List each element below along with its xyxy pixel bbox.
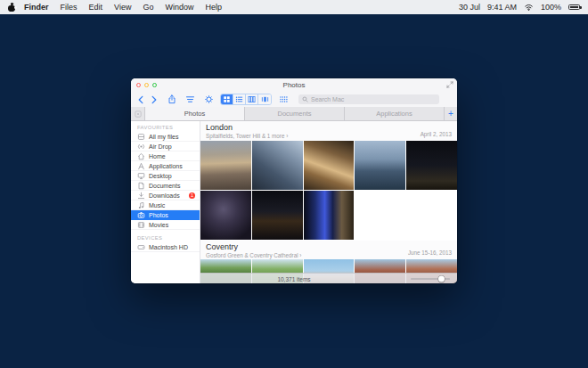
photo-thumbnail[interactable] (406, 141, 457, 190)
sidebar-item-home[interactable]: Home (131, 151, 200, 161)
house-icon (137, 152, 145, 160)
title-bar[interactable]: Photos (131, 78, 457, 92)
sidebar-item-photos[interactable]: Photos (131, 210, 200, 220)
sidebar-item-music[interactable]: Music (131, 200, 200, 210)
download-arrow-icon (137, 192, 145, 200)
sidebar-item-label: Home (149, 153, 166, 159)
sidebar-item-downloads[interactable]: Downloads 1 (131, 191, 200, 200)
sidebar-item-label: Air Drop (149, 143, 172, 150)
close-button[interactable] (136, 83, 141, 87)
sidebar: FAVOURITES All my files Air Drop Home Ap… (131, 121, 200, 283)
menu-bar-status: 30 Jul 9:41 AM 100% (459, 3, 580, 12)
menu-view[interactable]: View (114, 3, 131, 12)
sort-lines-icon[interactable] (185, 95, 195, 103)
group-subtitle-link[interactable]: Spitalfields, Tower Hill & 1 more › (206, 133, 452, 139)
sidebar-item-label: Photos (149, 212, 168, 218)
sidebar-item-label: Macintosh HD (149, 244, 188, 250)
search-field[interactable] (298, 94, 439, 104)
menu-go[interactable]: Go (143, 3, 153, 12)
sidebar-section-devices: DEVICES (131, 230, 200, 242)
photo-thumbnail[interactable] (355, 141, 405, 190)
back-button[interactable] (137, 95, 144, 104)
view-columns-button[interactable] (246, 94, 258, 104)
sidebar-item-label: Music (149, 202, 165, 209)
finder-window: Photos (131, 78, 457, 283)
airdrop-icon (137, 143, 145, 151)
group-header-coventry: Coventry Gosford Green & Coventry Cathed… (200, 241, 457, 259)
photo-browser: London Spitalfields, Tower Hill & 1 more… (200, 121, 457, 283)
search-icon (302, 96, 308, 102)
downloads-badge: 1 (189, 192, 195, 199)
photo-row (200, 191, 457, 240)
photo-thumbnail[interactable] (304, 191, 355, 240)
app-menus: Finder Files Edit View Go Window Help (24, 3, 222, 12)
photo-thumbnail[interactable] (252, 191, 303, 240)
tab-bar: Photos Documents Applications + (131, 107, 457, 121)
sidebar-item-all-my-files[interactable]: All my files (131, 132, 200, 142)
window-main: FAVOURITES All my files Air Drop Home Ap… (131, 121, 457, 283)
monitor-icon (137, 172, 145, 180)
menu-files[interactable]: Files (61, 3, 78, 12)
view-list-button[interactable] (233, 94, 246, 104)
view-grid-button[interactable] (221, 94, 233, 104)
wifi-icon[interactable] (524, 4, 534, 11)
photo-thumbnail[interactable] (200, 141, 251, 190)
zoom-button[interactable] (152, 83, 157, 87)
sidebar-item-desktop[interactable]: Desktop (131, 171, 200, 181)
menu-finder[interactable]: Finder (24, 3, 49, 12)
minimize-button[interactable] (144, 83, 149, 87)
documents-stack-icon (137, 133, 145, 141)
view-coverflow-button[interactable] (258, 94, 271, 104)
add-tab-button[interactable]: + (444, 107, 457, 120)
share-icon[interactable] (167, 94, 176, 104)
battery-percent: 100% (541, 3, 561, 12)
tab-photos[interactable]: Photos (144, 107, 244, 120)
group-header-london: London Spitalfields, Tower Hill & 1 more… (200, 121, 457, 141)
letter-a-icon (137, 162, 145, 170)
status-bar: 10,371 items (200, 273, 457, 283)
menu-date: 30 Jul (459, 3, 480, 12)
sidebar-item-applications[interactable]: Applications (131, 161, 200, 171)
sidebar-item-label: All my files (149, 134, 178, 140)
apple-menu-icon[interactable] (8, 4, 15, 12)
fullscreen-icon[interactable] (446, 81, 453, 88)
group-date: April 2, 2013 (421, 131, 452, 137)
menu-edit[interactable]: Edit (89, 3, 103, 12)
forward-button[interactable] (151, 95, 158, 104)
sidebar-item-movies[interactable]: Movies (131, 220, 200, 230)
sidebar-item-documents[interactable]: Documents (131, 181, 200, 191)
thumbnail-zoom-slider[interactable] (411, 275, 450, 282)
hard-drive-icon (137, 243, 145, 251)
group-date: June 15-16, 2013 (408, 249, 452, 256)
film-icon (137, 221, 145, 229)
photo-thumbnail[interactable] (252, 141, 303, 190)
camera-icon (137, 211, 145, 219)
menu-window[interactable]: Window (165, 3, 193, 12)
battery-icon[interactable] (568, 4, 580, 10)
arrange-icon[interactable] (279, 95, 289, 103)
search-input[interactable] (311, 96, 436, 102)
window-title: Photos (131, 81, 457, 89)
sidebar-item-label: Applications (149, 163, 183, 169)
photo-thumbnail[interactable] (200, 191, 251, 240)
traffic-lights (136, 83, 157, 87)
sidebar-section-favourites: FAVOURITES (131, 121, 200, 132)
tab-close-icon[interactable] (131, 107, 144, 120)
sidebar-item-label: Desktop (149, 173, 172, 179)
menu-bar: Finder Files Edit View Go Window Help 30… (0, 0, 588, 14)
tab-documents[interactable]: Documents (244, 107, 344, 120)
sidebar-item-label: Documents (149, 183, 180, 189)
menu-help[interactable]: Help (205, 3, 222, 12)
slider-knob[interactable] (438, 275, 445, 282)
view-switcher (220, 94, 272, 105)
sidebar-item-macintosh-hd[interactable]: Macintosh HD (131, 242, 200, 252)
document-icon (137, 182, 145, 190)
gear-icon[interactable] (204, 94, 214, 104)
music-note-icon (137, 201, 145, 209)
menu-clock[interactable]: 9:41 AM (487, 3, 517, 12)
photo-row (200, 141, 457, 190)
items-count: 10,371 items (277, 275, 310, 282)
tab-applications[interactable]: Applications (344, 107, 444, 120)
photo-thumbnail[interactable] (304, 141, 355, 190)
sidebar-item-airdrop[interactable]: Air Drop (131, 142, 200, 151)
